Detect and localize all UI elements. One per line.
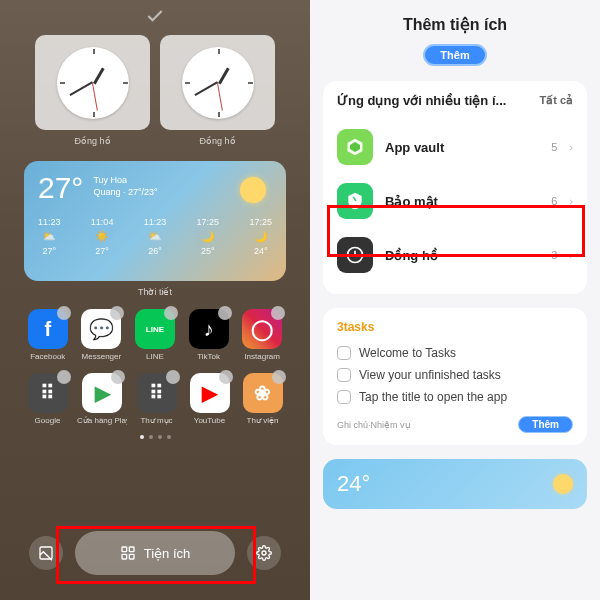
confirm-icon[interactable] xyxy=(145,6,165,30)
hourly-forecast-item: 11:23⛅27° xyxy=(38,217,61,256)
hourly-forecast-item: 11:23⛅26° xyxy=(144,217,167,256)
app-youtube[interactable]: ▶YouTube xyxy=(186,373,233,425)
tasks-footer-label: Ghi chú·Nhiệm vụ xyxy=(337,420,411,430)
weather-widget-label: Thời tiết xyxy=(10,287,300,297)
panel-title: Thêm tiện ích xyxy=(310,15,600,34)
task-item[interactable]: View your unfinished tasks xyxy=(337,364,573,386)
app-instagram[interactable]: ◯Instagram xyxy=(238,309,286,361)
checkbox-icon[interactable] xyxy=(337,346,351,360)
checkbox-icon[interactable] xyxy=(337,390,351,404)
app-google[interactable]: ⠿Google xyxy=(24,373,71,425)
clock-label: Đồng hồ xyxy=(74,136,110,146)
svg-point-5 xyxy=(262,551,266,555)
hourly-forecast-item: 17:25🌙24° xyxy=(249,217,272,256)
page-indicator xyxy=(10,435,300,439)
app-cửa-hàng-play[interactable]: ▶Cửa hàng Play xyxy=(77,373,127,425)
gear-icon xyxy=(256,545,272,561)
add-task-widget-button[interactable]: Thêm xyxy=(518,416,573,433)
weather-card-preview[interactable]: 24° xyxy=(323,459,587,509)
clock-widget-preview[interactable]: Đồng hồ xyxy=(160,35,275,146)
task-item[interactable]: Tap the title to open the app xyxy=(337,386,573,408)
temperature: 27° xyxy=(38,171,83,205)
add-widget-button[interactable]: Thêm xyxy=(423,44,486,66)
weather-location: Tuy Hoa xyxy=(93,175,157,187)
highlight-widgets-button xyxy=(56,526,256,584)
clock-label: Đồng hồ xyxy=(199,136,235,146)
checkbox-icon[interactable] xyxy=(337,368,351,382)
homescreen-edit-panel: Đồng hồ Đồng hồ 27° Tuy Hoa Quang · 27°/… xyxy=(0,0,310,600)
widget-picker-panel: Thêm tiện ích Thêm Ứng dụng với nhiều ti… xyxy=(310,0,600,600)
app-messenger[interactable]: 💬Messenger xyxy=(78,309,126,361)
tasks-heading: 3tasks xyxy=(337,320,573,334)
app-line[interactable]: LINELINE xyxy=(131,309,179,361)
app-thư-viện[interactable]: ❀Thư viện xyxy=(239,373,286,425)
hourly-forecast-item: 17:25🌙25° xyxy=(197,217,220,256)
highlight-security-row xyxy=(327,205,585,257)
widget-app-row-app-vault[interactable]: App vault5› xyxy=(337,120,573,174)
apps-with-widgets-card: Ứng dụng với nhiều tiện í... Tất cả App … xyxy=(323,81,587,294)
clock-widget-preview[interactable]: Đồng hồ xyxy=(35,35,150,146)
card-heading: Ứng dụng với nhiều tiện í... xyxy=(337,93,506,108)
tasks-card: 3tasks Welcome to TasksView your unfinis… xyxy=(323,308,587,445)
app-facebook[interactable]: fFacebook xyxy=(24,309,72,361)
sun-icon xyxy=(553,474,573,494)
app-thư-mục[interactable]: ⠿Thư mục xyxy=(133,373,180,425)
weather-detail: Quang · 27°/23° xyxy=(93,187,157,199)
app-tiktok[interactable]: ♪TikTok xyxy=(185,309,233,361)
see-all-button[interactable]: Tất cả xyxy=(539,94,573,107)
hourly-forecast-item: 11:04☀️27° xyxy=(91,217,114,256)
task-item[interactable]: Welcome to Tasks xyxy=(337,342,573,364)
temperature: 24° xyxy=(337,471,370,497)
weather-widget[interactable]: 27° Tuy Hoa Quang · 27°/23° 11:23⛅27°11:… xyxy=(24,161,286,281)
